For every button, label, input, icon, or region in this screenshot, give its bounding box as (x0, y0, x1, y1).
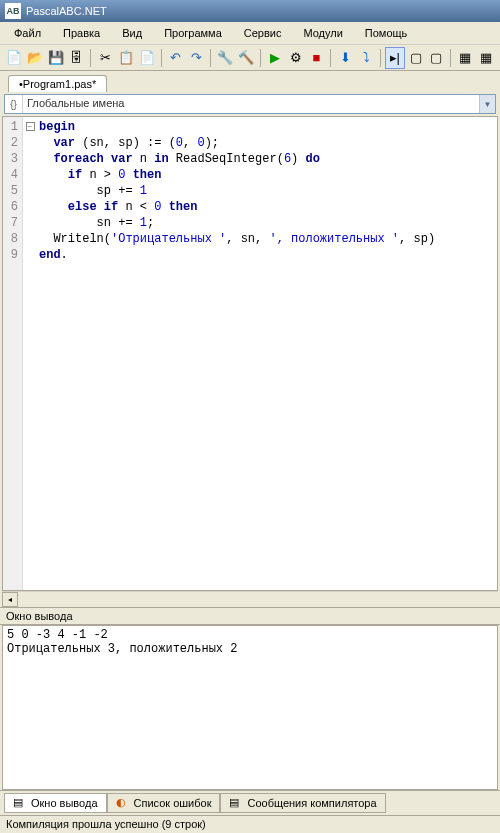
menu-modules[interactable]: Модули (293, 24, 352, 42)
scope-dropdown-text: Глобальные имена (23, 95, 479, 113)
separator (210, 49, 211, 67)
errors-icon: ◐ (116, 796, 130, 810)
line-gutter: 123 456 789 (3, 117, 23, 590)
tab-output[interactable]: ▤Окно вывода (4, 793, 107, 813)
code-area[interactable]: begin var (sn, sp) := (0, 0); foreach va… (37, 117, 497, 590)
saveall-icon[interactable]: 🗄 (67, 47, 87, 69)
copy-icon[interactable]: 📋 (116, 47, 136, 69)
step-over-icon[interactable]: ⤵ (356, 47, 376, 69)
menubar: Файл Правка Вид Программа Сервис Модули … (0, 22, 500, 45)
menu-service[interactable]: Сервис (234, 24, 292, 42)
tab-compiler[interactable]: ▤Сообщения компилятора (220, 793, 385, 813)
app-icon: AB (5, 3, 21, 19)
code-editor[interactable]: 123 456 789 − begin var (sn, sp) := (0, … (2, 116, 498, 591)
redo-icon[interactable]: ↷ (187, 47, 207, 69)
output-panel-title: Окно вывода (0, 607, 500, 625)
tool-icon[interactable]: ▢ (406, 47, 426, 69)
separator (90, 49, 91, 67)
toolbar: 📄 📂 💾 🗄 ✂ 📋 📄 ↶ ↷ 🔧 🔨 ▶ ⚙ ■ ⬇ ⤵ ▸| ▢ ▢ ▦… (0, 45, 500, 71)
tool-icon[interactable]: ▦ (455, 47, 475, 69)
output-icon: ▤ (13, 796, 27, 810)
separator (450, 49, 451, 67)
separator (161, 49, 162, 67)
cut-icon[interactable]: ✂ (95, 47, 115, 69)
step-icon[interactable]: ⬇ (335, 47, 355, 69)
output-panel[interactable]: 5 0 -3 4 -1 -2 Отрицательных 3, положите… (2, 625, 498, 790)
separator (330, 49, 331, 67)
separator (260, 49, 261, 67)
menu-help[interactable]: Помощь (355, 24, 418, 42)
braces-icon: {} (5, 95, 23, 113)
fold-toggle-icon[interactable]: − (26, 122, 35, 131)
tool-icon[interactable]: ⚙ (286, 47, 306, 69)
menu-file[interactable]: Файл (4, 24, 51, 42)
tool-icon[interactable]: ▦ (476, 47, 496, 69)
run-icon[interactable]: ▶ (265, 47, 285, 69)
scroll-left-icon[interactable]: ◂ (2, 592, 18, 607)
compiler-icon: ▤ (229, 796, 243, 810)
save-icon[interactable]: 💾 (46, 47, 66, 69)
undo-icon[interactable]: ↶ (166, 47, 186, 69)
scope-dropdown[interactable]: {} Глобальные имена ▼ (4, 94, 496, 114)
paste-icon[interactable]: 📄 (137, 47, 157, 69)
menu-program[interactable]: Программа (154, 24, 232, 42)
separator (380, 49, 381, 67)
tool-icon[interactable]: ▢ (427, 47, 447, 69)
menu-edit[interactable]: Правка (53, 24, 110, 42)
document-tabs: •Program1.pas* (0, 71, 500, 92)
tool-icon[interactable]: 🔧 (215, 47, 235, 69)
tool-icon[interactable]: 🔨 (236, 47, 256, 69)
tab-program1[interactable]: •Program1.pas* (8, 75, 107, 92)
bottom-tabs: ▤Окно вывода ◐Список ошибок ▤Сообщения к… (0, 790, 500, 815)
chevron-down-icon: ▼ (479, 95, 495, 113)
fold-column: − (23, 117, 37, 590)
window-title: PascalABC.NET (26, 5, 107, 17)
tool-icon[interactable]: ▸| (385, 47, 405, 69)
new-icon[interactable]: 📄 (4, 47, 24, 69)
menu-view[interactable]: Вид (112, 24, 152, 42)
open-icon[interactable]: 📂 (25, 47, 45, 69)
tab-errors[interactable]: ◐Список ошибок (107, 793, 221, 813)
titlebar: AB PascalABC.NET (0, 0, 500, 22)
stop-icon[interactable]: ■ (307, 47, 327, 69)
horizontal-scrollbar[interactable]: ◂ (2, 591, 498, 607)
statusbar: Компиляция прошла успешно (9 строк) (0, 815, 500, 833)
